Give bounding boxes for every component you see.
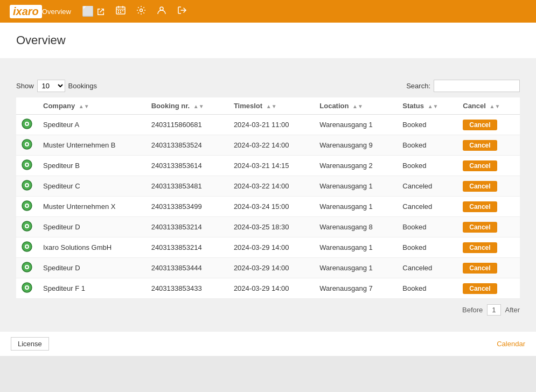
col-timeslot: Timeslot ▲▼ (228, 97, 314, 115)
booking-table: Company ▲▼ Booking nr. ▲▼ Timeslot ▲▼ Lo… (16, 97, 520, 299)
current-page[interactable]: 1 (487, 304, 500, 316)
row-company: Spediteur C (38, 176, 146, 197)
row-company: Spediteur B (38, 156, 146, 176)
footer: License Calendar (0, 332, 536, 356)
table-row: Ixaro Solutions GmbH24031338532142024-03… (16, 237, 520, 258)
search-label: Search: (406, 82, 430, 90)
table-row: Spediteur B24031338536142024-03-21 14:15… (16, 156, 520, 176)
row-booking-nr: 2403133853444 (146, 258, 228, 278)
table-row: Spediteur C24031338534812024-03-22 14:00… (16, 176, 520, 197)
svg-rect-6 (122, 10, 123, 11)
row-cancel-cell: Cancel (457, 176, 520, 197)
row-cancel-cell: Cancel (457, 237, 520, 258)
row-location: Warenausgang 1 (314, 176, 397, 197)
row-booking-nr: 2403133853214 (146, 237, 228, 258)
row-location: Warenausgang 9 (314, 135, 397, 156)
row-cancel-cell: Cancel (457, 135, 520, 156)
row-booking-nr: 2403115860681 (146, 115, 228, 135)
cancel-button[interactable]: Cancel (463, 181, 497, 192)
sort-cancel-icon[interactable]: ▲▼ (490, 103, 500, 109)
row-company: Spediteur F 1 (38, 278, 146, 299)
row-status: Booked (397, 135, 457, 156)
calendar-icon[interactable] (116, 5, 126, 18)
after-label: After (505, 306, 520, 314)
table-controls: Show 10 25 50 100 Bookings Search: (16, 80, 520, 92)
row-timeslot: 2024-03-25 18:30 (228, 217, 314, 237)
before-label: Before (462, 306, 483, 314)
cancel-button[interactable]: Cancel (463, 160, 497, 171)
row-timeslot: 2024-03-29 14:00 (228, 237, 314, 258)
svg-point-13 (26, 123, 28, 125)
calendar-link[interactable]: Calendar (497, 340, 525, 348)
show-select[interactable]: 10 25 50 100 (37, 80, 65, 92)
sort-bookingnr-icon[interactable]: ▲▼ (193, 103, 204, 109)
row-location: Warenausgang 1 (314, 258, 397, 278)
col-cancel: Cancel ▲▼ (457, 97, 520, 115)
overview-nav-link[interactable]: Overview (42, 8, 71, 16)
svg-point-22 (26, 184, 28, 186)
svg-point-9 (140, 9, 143, 11)
page-title-wrapper: Overview (0, 23, 536, 58)
row-location: Warenausgang 1 (314, 197, 397, 217)
pagination: Before 1 After (16, 304, 520, 316)
row-cancel-cell: Cancel (457, 278, 520, 299)
col-icon (16, 97, 38, 115)
svg-point-25 (26, 205, 28, 207)
svg-point-34 (26, 266, 28, 268)
row-company: Ixaro Solutions GmbH (38, 237, 146, 258)
row-cancel-cell: Cancel (457, 217, 520, 237)
row-booking-nr: 2403133853481 (146, 176, 228, 197)
row-status: Canceled (397, 197, 457, 217)
row-timeslot: 2024-03-29 14:00 (228, 278, 314, 299)
bookings-label: Bookings (68, 82, 97, 90)
license-button[interactable]: License (11, 337, 49, 351)
table-row: Muster Unternehmen X24031338534992024-03… (16, 197, 520, 217)
cancel-button[interactable]: Cancel (463, 222, 497, 233)
sort-company-icon[interactable]: ▲▼ (79, 103, 89, 109)
col-booking-nr: Booking nr. ▲▼ (146, 97, 228, 115)
col-status: Status ▲▼ (397, 97, 457, 115)
show-label: Show (16, 82, 34, 90)
row-timeslot: 2024-03-21 11:00 (228, 115, 314, 135)
svg-point-16 (26, 143, 28, 145)
cancel-button[interactable]: Cancel (463, 263, 497, 274)
settings-icon[interactable] (136, 5, 146, 18)
user-icon[interactable] (157, 5, 166, 18)
logout-icon[interactable] (177, 5, 187, 18)
logo: ixaro (10, 5, 42, 18)
cancel-button[interactable]: Cancel (463, 140, 497, 151)
row-status: Booked (397, 115, 457, 135)
row-location: Warenausgang 2 (314, 156, 397, 176)
row-timeslot: 2024-03-22 14:00 (228, 176, 314, 197)
row-booking-nr: 2403133853433 (146, 278, 228, 299)
row-timeslot: 2024-03-21 14:15 (228, 156, 314, 176)
sort-timeslot-icon[interactable]: ▲▼ (266, 103, 277, 109)
row-location: Warenausgang 1 (314, 237, 397, 258)
search-input[interactable] (434, 80, 520, 92)
cancel-button[interactable]: Cancel (463, 283, 497, 294)
row-timeslot: 2024-03-24 15:00 (228, 197, 314, 217)
svg-point-19 (26, 164, 28, 166)
sort-location-icon[interactable]: ▲▼ (352, 103, 363, 109)
svg-rect-4 (118, 10, 119, 11)
row-company: Muster Unternehmen X (38, 197, 146, 217)
row-company: Spediteur A (38, 115, 146, 135)
svg-rect-8 (120, 12, 121, 13)
table-row: Spediteur A24031158606812024-03-21 11:00… (16, 115, 520, 135)
sort-status-icon[interactable]: ▲▼ (428, 103, 438, 109)
row-cancel-cell: Cancel (457, 115, 520, 135)
row-status-icon (16, 237, 38, 258)
main-area: Show 10 25 50 100 Bookings Search: Compa… (0, 58, 536, 332)
svg-point-37 (26, 286, 28, 289)
row-cancel-cell: Cancel (457, 197, 520, 217)
row-status-icon (16, 278, 38, 299)
row-status-icon (16, 176, 38, 197)
cancel-button[interactable]: Cancel (463, 201, 497, 212)
table-row: Spediteur D24031338532142024-03-25 18:30… (16, 217, 520, 237)
external-link-icon[interactable]: ⬜ (82, 5, 105, 17)
row-status: Booked (397, 278, 457, 299)
cancel-button[interactable]: Cancel (463, 120, 497, 130)
cancel-button[interactable]: Cancel (463, 242, 497, 253)
row-status-icon (16, 115, 38, 135)
row-timeslot: 2024-03-22 14:00 (228, 135, 314, 156)
